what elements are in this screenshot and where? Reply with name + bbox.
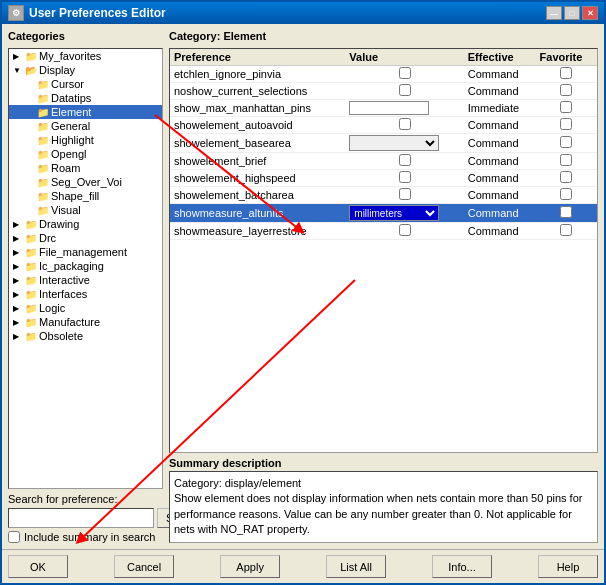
value-checkbox[interactable]: [399, 67, 411, 79]
fav-checkbox[interactable]: [560, 101, 572, 113]
tree-item-seg-over-voi[interactable]: 📁 Seg_Over_Voi: [9, 175, 162, 189]
value-checkbox[interactable]: [399, 118, 411, 130]
pref-value[interactable]: [345, 170, 463, 187]
value-checkbox[interactable]: [399, 224, 411, 236]
tree-item-ic-packaging[interactable]: ▶ 📁 Ic_packaging: [9, 259, 162, 273]
tree-item-visual[interactable]: 📁 Visual: [9, 203, 162, 217]
tree-label: Visual: [51, 204, 81, 216]
pref-fav[interactable]: [536, 223, 597, 240]
tree-item-drawing[interactable]: ▶ 📁 Drawing: [9, 217, 162, 231]
table-row[interactable]: showelement_batcharea Command: [170, 187, 597, 204]
col-preference: Preference: [170, 49, 345, 66]
fav-checkbox[interactable]: [560, 154, 572, 166]
categories-tree[interactable]: ▶ 📁 My_favorites ▼ 📂 Display 📁 Cursor: [8, 48, 163, 489]
pref-value[interactable]: [345, 134, 463, 153]
close-button[interactable]: ✕: [582, 6, 598, 20]
fav-checkbox[interactable]: [560, 171, 572, 183]
pref-value[interactable]: [345, 223, 463, 240]
tree-item-highlight[interactable]: 📁 Highlight: [9, 133, 162, 147]
pref-value[interactable]: millimeters: [345, 204, 463, 223]
apply-button[interactable]: Apply: [220, 555, 280, 578]
value-dropdown-altunits[interactable]: millimeters: [349, 205, 439, 221]
pref-effective: Command: [464, 66, 536, 83]
table-row[interactable]: showmeasure_layerrestore Command: [170, 223, 597, 240]
pref-fav[interactable]: [536, 100, 597, 117]
value-checkbox[interactable]: [399, 188, 411, 200]
table-row[interactable]: showelement_autoavoid Command: [170, 117, 597, 134]
info-button[interactable]: Info...: [432, 555, 492, 578]
table-row[interactable]: showelement_brief Command: [170, 153, 597, 170]
expand-icon: ▶: [13, 318, 23, 327]
tree-item-opengl[interactable]: 📁 Opengl: [9, 147, 162, 161]
tree-item-interfaces[interactable]: ▶ 📁 Interfaces: [9, 287, 162, 301]
pref-fav[interactable]: [536, 117, 597, 134]
tree-item-cursor[interactable]: 📁 Cursor: [9, 77, 162, 91]
pref-name: etchlen_ignore_pinvia: [170, 66, 345, 83]
ok-button[interactable]: OK: [8, 555, 68, 578]
tree-item-datatips[interactable]: 📁 Datatips: [9, 91, 162, 105]
fav-checkbox[interactable]: [560, 188, 572, 200]
folder-icon: 📁: [37, 121, 49, 132]
folder-icon: 📁: [25, 233, 37, 244]
table-row[interactable]: noshow_current_selections Command: [170, 83, 597, 100]
pref-value[interactable]: [345, 153, 463, 170]
pref-value[interactable]: [345, 66, 463, 83]
tree-item-roam[interactable]: 📁 Roam: [9, 161, 162, 175]
table-row[interactable]: show_max_manhattan_pins Immediate: [170, 100, 597, 117]
pref-value[interactable]: [345, 187, 463, 204]
tree-item-drc[interactable]: ▶ 📁 Drc: [9, 231, 162, 245]
pref-fav[interactable]: [536, 134, 597, 153]
tree-item-element[interactable]: 📁 Element: [9, 105, 162, 119]
tree-item-interactive[interactable]: ▶ 📁 Interactive: [9, 273, 162, 287]
table-row[interactable]: showelement_basearea Command: [170, 134, 597, 153]
value-text[interactable]: [349, 101, 429, 115]
value-checkbox[interactable]: [399, 171, 411, 183]
tree-item-general[interactable]: 📁 General: [9, 119, 162, 133]
help-button[interactable]: Help: [538, 555, 598, 578]
pref-fav[interactable]: [536, 170, 597, 187]
tree-item-my-favorites[interactable]: ▶ 📁 My_favorites: [9, 49, 162, 63]
value-checkbox[interactable]: [399, 84, 411, 96]
cancel-button[interactable]: Cancel: [114, 555, 174, 578]
minimize-button[interactable]: —: [546, 6, 562, 20]
fav-checkbox[interactable]: [560, 206, 572, 218]
pref-value[interactable]: [345, 83, 463, 100]
tree-item-obsolete[interactable]: ▶ 📁 Obsolete: [9, 329, 162, 343]
preferences-table-container[interactable]: Preference Value Effective Favorite etch…: [169, 48, 598, 453]
table-row[interactable]: etchlen_ignore_pinvia Command: [170, 66, 597, 83]
fav-checkbox[interactable]: [560, 136, 572, 148]
pref-fav[interactable]: [536, 187, 597, 204]
tree-item-manufacture[interactable]: ▶ 📁 Manufacture: [9, 315, 162, 329]
value-dropdown[interactable]: [349, 135, 439, 151]
table-row[interactable]: showelement_highspeed Command: [170, 170, 597, 187]
tree-item-logic[interactable]: ▶ 📁 Logic: [9, 301, 162, 315]
tree-label: General: [51, 120, 90, 132]
tree-item-file-management[interactable]: ▶ 📁 File_management: [9, 245, 162, 259]
pref-value[interactable]: [345, 117, 463, 134]
search-row: Search: [8, 508, 163, 528]
fav-checkbox[interactable]: [560, 224, 572, 236]
pref-fav[interactable]: [536, 66, 597, 83]
expand-icon: ▶: [13, 248, 23, 257]
tree-label: Datatips: [51, 92, 91, 104]
pref-value[interactable]: [345, 100, 463, 117]
tree-item-shape-fill[interactable]: 📁 Shape_fill: [9, 189, 162, 203]
summary-text: Category: display/elementShow element do…: [174, 476, 593, 538]
main-window: ⚙ User Preferences Editor — □ ✕ Categori…: [0, 0, 606, 585]
fav-checkbox[interactable]: [560, 118, 572, 130]
pref-fav[interactable]: [536, 83, 597, 100]
maximize-button[interactable]: □: [564, 6, 580, 20]
value-checkbox[interactable]: [399, 154, 411, 166]
search-input[interactable]: [8, 508, 154, 528]
table-row[interactable]: showmeasure_altunits millimeters Command: [170, 204, 597, 223]
include-summary-checkbox[interactable]: [8, 531, 20, 543]
fav-checkbox[interactable]: [560, 84, 572, 96]
fav-checkbox[interactable]: [560, 67, 572, 79]
tree-label: Interfaces: [39, 288, 87, 300]
pref-effective: Immediate: [464, 100, 536, 117]
list-all-button[interactable]: List All: [326, 555, 386, 578]
tree-item-display[interactable]: ▼ 📂 Display: [9, 63, 162, 77]
pref-fav[interactable]: [536, 153, 597, 170]
pref-fav[interactable]: [536, 204, 597, 223]
folder-icon: 📁: [25, 317, 37, 328]
